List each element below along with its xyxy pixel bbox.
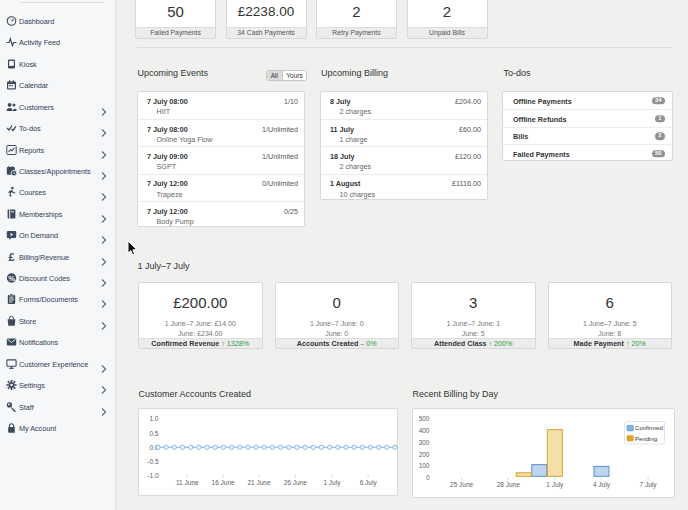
sidebar-item-label: Discount Codes [19, 274, 70, 283]
stat-card-34-cash-payments[interactable]: £2238.0034 Cash Payments [226, 0, 307, 39]
sidebar-item-courses[interactable]: Courses [0, 182, 116, 203]
svg-text:400: 400 [418, 427, 429, 434]
sidebar-item-store[interactable]: Store [0, 310, 116, 331]
sidebar-item-label: Forms/Documents [19, 295, 78, 304]
sidebar-item-customer-experience[interactable]: Customer Experience [0, 353, 116, 374]
settings-icon [6, 380, 17, 391]
chevron-right-icon [101, 124, 107, 133]
stat-card-unpaid-bills[interactable]: 2Unpaid Bills [407, 0, 488, 39]
svg-text:Pending: Pending [635, 435, 657, 441]
todo-row-offline-payments[interactable]: Offline Payments34 [503, 92, 672, 109]
stat-value: 50 [136, 4, 215, 19]
event-row[interactable]: 7 July 12:000/UnlimitedTrapeze [138, 174, 304, 201]
sidebar-item-my-account[interactable]: My Account [0, 417, 116, 438]
sidebar-item-classes-appointments[interactable]: Classes/Appointments [0, 160, 116, 181]
activity-feed-icon [6, 37, 17, 48]
summary-footer: Accounts Created – 0% [276, 338, 399, 348]
event-row[interactable]: 7 July 09:001/UnlimitedSGPT [138, 146, 304, 173]
stat-label: 34 Cash Payments [227, 27, 306, 38]
sidebar-item-to-dos[interactable]: To-dos [0, 117, 116, 138]
billing-charges: 2 charges [340, 107, 372, 116]
event-datetime: 7 July 12:00 [147, 207, 188, 216]
sidebar-item-label: Courses [19, 188, 46, 197]
toggle-all-button[interactable]: All [267, 71, 284, 81]
billing-row[interactable]: 8 July£204.002 charges [321, 92, 487, 119]
event-datetime: 7 July 12:00 [147, 179, 188, 188]
svg-text:0: 0 [425, 473, 429, 480]
sidebar-item-calendar[interactable]: Calendar [0, 75, 116, 96]
summary-label: Accounts Created [297, 339, 359, 348]
billing-row[interactable]: 18 July£120.002 charges [321, 146, 487, 173]
toggle-yours-button[interactable]: Yours [283, 71, 306, 81]
sidebar-item-label: Dashboard [19, 16, 54, 25]
accounts-created-chart-svg: 1.00.50.0-0.5-1.011 June16 June21 June26… [139, 409, 399, 497]
memberships-icon [6, 208, 17, 219]
sidebar-item-staff[interactable]: Staff [0, 396, 116, 417]
sidebar-item-notifications[interactable]: Notifications [0, 332, 116, 353]
event-capacity: 0/Unlimited [262, 179, 298, 188]
chevron-right-icon [101, 359, 107, 368]
svg-text:500: 500 [418, 415, 429, 422]
event-capacity: 1/Unlimited [262, 152, 298, 161]
billing-row[interactable]: 1 August£1116.0010 charges [321, 174, 487, 201]
billing-chart-title: Recent Billing by Day [413, 390, 499, 400]
sidebar-item-label: Settings [19, 381, 45, 390]
todos-title: To-dos [504, 69, 531, 79]
sidebar-item-label: On Demand [19, 231, 58, 240]
section-divider [137, 47, 672, 48]
notifications-icon [6, 337, 17, 348]
svg-text:7 July: 7 July [639, 481, 657, 489]
stat-card-failed-payments[interactable]: 50Failed Payments [135, 0, 216, 39]
todo-count-badge: 34 [652, 97, 665, 105]
chevron-right-icon [101, 145, 107, 154]
upcoming-billing-title: Upcoming Billing [321, 69, 388, 79]
billing-revenue-icon: £ [6, 251, 17, 262]
event-name: Online Yoga Flow [157, 135, 213, 144]
billing-date: 11 July [330, 125, 354, 134]
event-capacity: 1/Unlimited [262, 125, 298, 134]
billing-row[interactable]: 11 July£60.001 charge [321, 119, 487, 146]
summary-compare-month: June: 8 [549, 330, 672, 337]
todo-count-badge: 50 [652, 150, 665, 158]
todo-row-offline-refunds[interactable]: Offline Refunds1 [503, 109, 672, 126]
stat-card-retry-payments[interactable]: 2Retry Payments [316, 0, 397, 39]
svg-text:11 June: 11 June [176, 479, 199, 486]
sidebar-item-on-demand[interactable]: On Demand [0, 225, 116, 246]
sidebar-item-customers[interactable]: Customers [0, 96, 116, 117]
todo-count-badge: 1 [655, 115, 666, 123]
chevron-right-icon [101, 316, 107, 325]
svg-text:25 June: 25 June [450, 481, 474, 488]
summary-footer: Confirmed Revenue ↑ 1328% [139, 338, 262, 348]
events-scope-toggle: All Yours [266, 70, 308, 82]
sidebar-item-discount-codes[interactable]: %Discount Codes [0, 267, 116, 288]
summary-label: Confirmed Revenue [151, 339, 219, 348]
todo-row-bills[interactable]: Bills2 [503, 127, 672, 144]
sidebar-item-reports[interactable]: Reports [0, 139, 116, 160]
chevron-right-icon [101, 381, 107, 390]
sidebar-item-forms-documents[interactable]: Forms/Documents [0, 289, 116, 310]
chevron-right-icon [101, 102, 107, 111]
sidebar-item-label: Customer Experience [19, 359, 88, 368]
sidebar-item-billing-revenue[interactable]: £Billing/Revenue [0, 246, 116, 267]
trend-flat-icon: – [360, 339, 364, 348]
mouse-cursor [127, 240, 138, 257]
sidebar: DashboardActivity FeedKioskCalendarCusto… [0, 0, 116, 510]
todo-row-failed-payments[interactable]: Failed Payments50 [503, 144, 672, 161]
accounts-created-chart: 1.00.50.0-0.5-1.011 June16 June21 June26… [138, 408, 398, 496]
sidebar-item-label: Billing/Revenue [19, 252, 69, 261]
event-row[interactable]: 7 July 08:001/UnlimitedOnline Yoga Flow [138, 119, 304, 146]
summary-label: Attended Class [434, 339, 486, 348]
svg-text:-0.5: -0.5 [147, 458, 159, 465]
sidebar-item-memberships[interactable]: Memberships [0, 203, 116, 224]
billing-amount: £120.00 [455, 152, 481, 161]
sidebar-item-activity-feed[interactable]: Activity Feed [0, 32, 116, 53]
stat-label: Retry Payments [317, 27, 396, 38]
sidebar-item-dashboard[interactable]: Dashboard [0, 10, 116, 31]
event-row[interactable]: 7 July 08:001/10HIIT [138, 92, 304, 119]
svg-text:Confirmed: Confirmed [635, 425, 663, 431]
event-row[interactable]: 7 July 12:000/25Body Pump [138, 201, 304, 228]
todo-count-badge: 2 [655, 132, 666, 140]
sidebar-item-settings[interactable]: Settings [0, 374, 116, 395]
sidebar-item-kiosk[interactable]: Kiosk [0, 53, 116, 74]
svg-text:200: 200 [418, 450, 429, 457]
